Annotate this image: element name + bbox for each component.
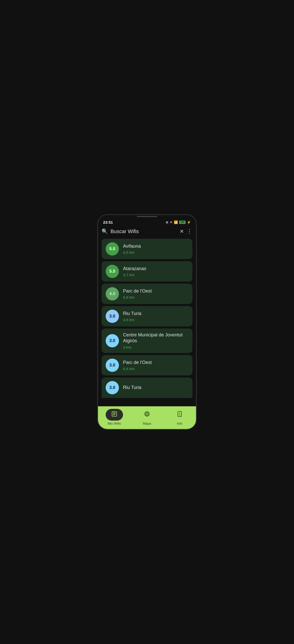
- result-info: Parc de l'Oest 6,6 km: [123, 288, 152, 299]
- results-list: 5.0 Avifauna 4,5 km 5.0 Atarazanas 3,7 k…: [98, 238, 196, 406]
- result-item[interactable]: 5.0 Avifauna 4,5 km: [102, 239, 192, 259]
- svg-point-10: [179, 413, 180, 413]
- result-distance: 6,6 km: [123, 295, 152, 299]
- nav-item-mapa[interactable]: Mapa: [131, 409, 163, 425]
- result-name: Parc de l'Oest: [123, 288, 152, 294]
- result-distance: 4,6 km: [123, 318, 141, 322]
- result-distance: 4,5 km: [123, 250, 141, 255]
- result-name: Riu Turia: [123, 311, 141, 317]
- search-icon: 🔍: [102, 228, 108, 234]
- nav-item-info[interactable]: Info: [163, 409, 196, 425]
- nav-icon-wrap: [138, 409, 156, 421]
- result-item[interactable]: 3.0 Parc de l'Oest 6,6 km: [102, 355, 192, 375]
- result-item[interactable]: 3.0 Riu Turia: [102, 377, 192, 398]
- result-distance: 3 km: [123, 345, 188, 349]
- nav-label-mis-wifis: Mis Wifis: [108, 422, 121, 425]
- close-status-icon: ✕: [170, 220, 173, 224]
- result-item[interactable]: 3.0 Centre Municipal de Joventut Algirós…: [102, 329, 192, 353]
- nav-label-info: Info: [177, 422, 182, 425]
- result-info: Riu Turia: [123, 385, 141, 390]
- score-badge: 4.0: [106, 287, 119, 300]
- score-badge: 3.0: [106, 310, 119, 323]
- search-bar[interactable]: 🔍 Buscar Wifis ✕ ⋮: [98, 226, 196, 238]
- result-distance: 6,6 km: [123, 367, 152, 371]
- nav-icon-wrap: [171, 409, 188, 421]
- result-info: Centre Municipal de Joventut Algirós 3 k…: [123, 332, 188, 349]
- score-badge: 3.0: [106, 359, 119, 372]
- result-distance: 3,7 km: [123, 273, 146, 277]
- search-close-button[interactable]: ✕: [180, 228, 184, 234]
- result-item[interactable]: 4.0 Parc de l'Oest 6,6 km: [102, 284, 192, 304]
- score-badge: 5.0: [106, 242, 119, 256]
- result-name: Riu Turia: [123, 385, 141, 390]
- status-bar: 23:51 ⊕ ✕ 📶 100 ⚡: [98, 218, 196, 226]
- bottom-nav: Mis Wifis Mapa: [98, 406, 196, 429]
- result-name: Atarazanas: [123, 266, 146, 272]
- status-icons: ⊕ ✕ 📶 100 ⚡: [166, 220, 191, 224]
- status-time: 23:51: [103, 220, 113, 224]
- notch-bar: [98, 215, 196, 218]
- score-badge: 5.0: [106, 265, 119, 278]
- result-name: Centre Municipal de Joventut Algirós: [123, 332, 188, 344]
- result-name: Parc de l'Oest: [123, 360, 152, 365]
- phone-frame: 23:51 ⊕ ✕ 📶 100 ⚡ 🔍 Buscar Wifis ✕ ⋮ 5.0…: [97, 214, 197, 430]
- battery-icon: 100: [179, 221, 186, 224]
- result-info: Riu Turia 4,6 km: [123, 311, 141, 322]
- result-info: Avifauna 4,5 km: [123, 243, 141, 255]
- result-info: Parc de l'Oest 6,6 km: [123, 360, 152, 371]
- mis-wifis-icon: [111, 411, 117, 418]
- media-icon: ⊕: [166, 220, 168, 224]
- mapa-icon: [144, 411, 150, 418]
- score-badge: 3.0: [106, 334, 119, 347]
- search-more-button[interactable]: ⋮: [187, 228, 192, 235]
- score-badge: 3.0: [106, 381, 119, 394]
- nav-item-mis-wifis[interactable]: Mis Wifis: [98, 409, 131, 425]
- result-name: Avifauna: [123, 243, 141, 249]
- charging-icon: ⚡: [187, 220, 191, 224]
- result-item[interactable]: 5.0 Atarazanas 3,7 km: [102, 261, 192, 282]
- info-icon: [177, 411, 183, 418]
- result-item[interactable]: 3.0 Riu Turia 4,6 km: [102, 306, 192, 326]
- notch: [137, 216, 157, 217]
- wifi-icon: 📶: [174, 220, 178, 224]
- nav-icon-wrap: [106, 409, 123, 421]
- result-info: Atarazanas 3,7 km: [123, 266, 146, 277]
- search-input[interactable]: Buscar Wifis: [111, 229, 177, 234]
- nav-label-mapa: Mapa: [143, 422, 151, 425]
